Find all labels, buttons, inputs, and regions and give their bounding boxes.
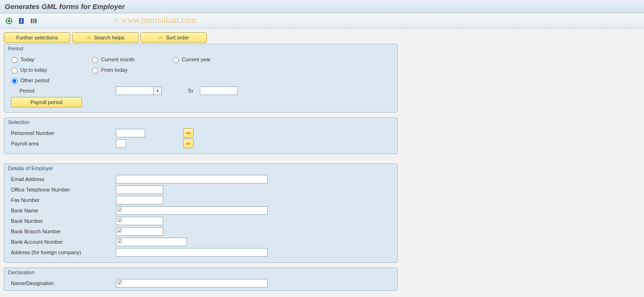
period-to-input[interactable]: [200, 86, 238, 95]
content-area: Further selections ⇨ Search helps ⇨ Sort…: [0, 29, 644, 297]
f4-icon: ▾: [157, 88, 159, 93]
details-group: Details of Employer Email Address Office…: [4, 163, 398, 263]
group-title: Declaration: [4, 268, 397, 275]
svg-rect-3: [21, 19, 22, 20]
bank-account-label: Bank Account Number: [9, 239, 116, 245]
group-title: Details of Employer: [4, 164, 397, 171]
bank-number-label: Bank Number: [9, 218, 116, 224]
button-label: Sort order: [166, 35, 189, 40]
button-label: Search helps: [94, 35, 124, 40]
bank-branch-input[interactable]: [116, 227, 163, 236]
radio-label: Current month: [101, 57, 134, 62]
selection-group: Selection Personnel Number ⇨ Payroll are…: [4, 117, 398, 154]
info-icon: [18, 18, 25, 24]
arrow-right-icon: ⇨: [159, 34, 163, 41]
name-desig-input[interactable]: [116, 279, 268, 287]
bank-account-input[interactable]: [116, 238, 187, 246]
variant-icon: [30, 18, 37, 24]
office-tel-label: Office Telephone Number: [9, 187, 116, 192]
execute-icon: [6, 18, 12, 24]
radio-label: Up to today: [20, 67, 47, 73]
bank-branch-label: Bank Branch Number: [9, 229, 116, 234]
payroll-area-label: Payroll area: [9, 141, 116, 146]
payroll-area-multi-button[interactable]: ⇨: [183, 139, 194, 148]
svg-rect-7: [35, 19, 37, 23]
title-bar: Generates GML forms for Employer: [0, 0, 644, 13]
fax-input[interactable]: [116, 196, 163, 204]
svg-point-1: [8, 19, 10, 22]
radio-label: Other period: [20, 77, 49, 83]
svg-rect-5: [31, 19, 32, 23]
radio-current-month-input[interactable]: [92, 57, 98, 63]
svg-rect-4: [21, 20, 22, 23]
personnel-number-input[interactable]: [116, 129, 145, 137]
payroll-period-button[interactable]: Payroll period: [11, 97, 82, 107]
group-title: Period: [4, 44, 397, 51]
address-label: Address (for foreign company): [9, 249, 116, 255]
radio-current-year[interactable]: Current year: [170, 56, 251, 63]
arrow-right-icon: ⇨: [186, 130, 191, 136]
radio-from-today[interactable]: From today: [90, 66, 170, 74]
period-label: Period: [9, 88, 116, 94]
further-selections-button[interactable]: Further selections: [4, 32, 70, 43]
radio-today-input[interactable]: [11, 57, 18, 63]
period-group: Period Today Current month: [4, 44, 398, 113]
period-f4-button[interactable]: ▾: [153, 86, 162, 95]
bank-number-input[interactable]: [116, 217, 163, 225]
declaration-group: Declaration Name/Designation ☑: [4, 268, 398, 291]
button-label: Payroll period: [30, 99, 62, 105]
page-title: Generates GML forms for Employer: [5, 2, 125, 10]
radio-label: Today: [20, 57, 34, 62]
arrow-right-icon: ⇨: [86, 34, 91, 41]
execute-button[interactable]: [4, 16, 14, 26]
svg-rect-6: [33, 19, 35, 23]
sort-order-button[interactable]: ⇨ Sort order: [140, 32, 207, 43]
radio-up-to-today-input[interactable]: [11, 67, 18, 74]
name-desig-label: Name/Designation: [9, 280, 116, 286]
radio-label: From today: [101, 67, 128, 73]
radio-current-year-input[interactable]: [173, 57, 179, 63]
button-label: Further selections: [16, 35, 57, 40]
radio-up-to-today[interactable]: Up to today: [9, 66, 90, 74]
email-label: Email Address: [9, 176, 116, 182]
app-toolbar: [0, 13, 644, 29]
office-tel-input[interactable]: [116, 185, 163, 194]
variant-button[interactable]: [28, 16, 39, 26]
fax-label: Fax Number: [9, 197, 116, 203]
info-button[interactable]: [16, 16, 27, 26]
radio-from-today-input[interactable]: [92, 67, 98, 74]
radio-other-period[interactable]: Other period: [9, 77, 90, 84]
period-from-input[interactable]: [116, 86, 154, 95]
radio-label: Current year: [182, 57, 211, 62]
bank-name-input[interactable]: [116, 206, 268, 215]
group-title: Selection: [4, 118, 397, 125]
personnel-number-label: Personnel Number: [9, 130, 116, 136]
to-label: To: [181, 88, 200, 94]
radio-other-period-input[interactable]: [11, 78, 18, 84]
radio-today[interactable]: Today: [9, 56, 90, 63]
radio-current-month[interactable]: Current month: [90, 56, 170, 63]
top-button-row: Further selections ⇨ Search helps ⇨ Sort…: [4, 32, 638, 43]
search-helps-button[interactable]: ⇨ Search helps: [72, 32, 139, 43]
address-input[interactable]: [116, 248, 268, 257]
bank-name-label: Bank Name: [9, 208, 116, 213]
payroll-area-input[interactable]: [116, 139, 126, 148]
email-input[interactable]: [116, 175, 268, 183]
personnel-number-multi-button[interactable]: ⇨: [183, 128, 194, 138]
arrow-right-icon: ⇨: [186, 140, 191, 147]
